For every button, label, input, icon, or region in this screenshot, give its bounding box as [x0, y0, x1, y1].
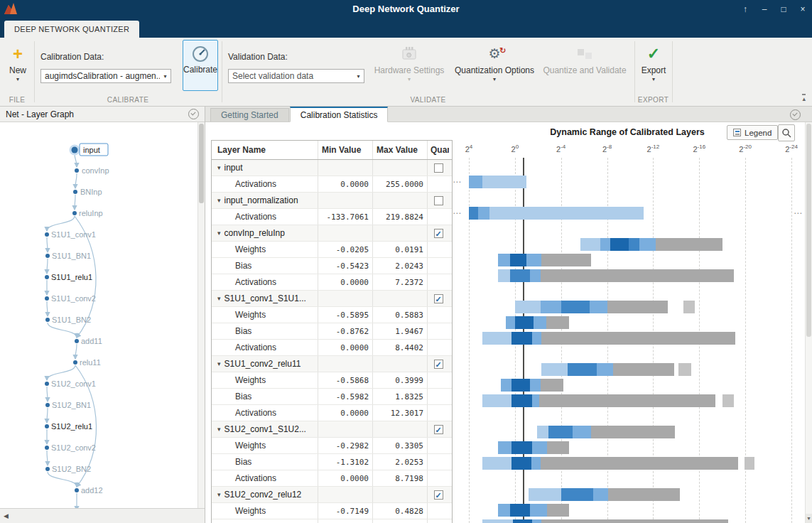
quantize-checkbox[interactable]: ✓ [434, 294, 443, 303]
table-row[interactable]: Weights-0.71490.4828 [212, 503, 452, 519]
quantize-checkbox[interactable] [434, 163, 443, 173]
row-expand-caret-icon[interactable]: ▾ [217, 230, 221, 237]
layer-graph-canvas[interactable]: inputconvInpBNInpreluInpS1U1_conv1S1U1_B… [0, 122, 197, 508]
validation-data-combo[interactable]: Select validation data ▾ [228, 69, 364, 83]
table-row[interactable]: ▾convInp_reluInp✓ [212, 225, 452, 242]
layer-node-label[interactable]: input [83, 146, 100, 154]
table-row[interactable]: ▾input_normalization [212, 193, 452, 209]
layer-node-dot[interactable] [45, 382, 49, 386]
table-row[interactable]: Activations0.00008.7198 [212, 470, 452, 487]
table-row[interactable]: Weights-0.29820.3305 [212, 438, 452, 454]
combo-arrow-icon[interactable]: ▾ [160, 73, 170, 80]
layer-node-dot[interactable] [45, 275, 49, 279]
table-row[interactable]: ▾S1U1_conv2_relu11✓ [212, 356, 452, 372]
collapse-toolstrip-icon[interactable]: ▴ [802, 94, 806, 102]
layer-node-label[interactable]: S1U2_BN2 [52, 465, 91, 473]
column-header-max-value[interactable]: Max Value [373, 141, 428, 159]
layer-node-dot[interactable] [45, 296, 49, 301]
layer-node-dot[interactable] [45, 232, 49, 237]
table-row[interactable]: Activations-133.7061219.8824 [212, 209, 452, 225]
calibrate-button[interactable]: Calibrate [183, 40, 218, 91]
layer-node-dot[interactable] [45, 403, 50, 407]
layer-node-dot[interactable] [45, 254, 50, 258]
graph-vertical-scrollbar[interactable] [197, 122, 205, 508]
quantize-checkbox[interactable] [434, 196, 443, 205]
layer-node-dot[interactable] [45, 467, 50, 471]
row-expand-caret-icon[interactable]: ▾ [217, 491, 221, 498]
quantize-checkbox[interactable]: ✓ [434, 425, 443, 434]
layer-node-dot[interactable] [72, 211, 77, 215]
zoom-button[interactable] [778, 124, 795, 141]
main-panel-options-icon[interactable] [790, 109, 801, 120]
layer-node-label[interactable]: S1U2_BN1 [52, 401, 91, 409]
hardware-settings-button[interactable]: ⚙ Hardware Settings ▾ [369, 41, 449, 92]
new-dropdown-icon[interactable]: ▾ [16, 77, 19, 82]
table-row[interactable]: Bias-0.54232.0243 [212, 258, 452, 274]
table-row[interactable]: Bias-1.31022.0253 [212, 454, 452, 470]
row-expand-caret-icon[interactable]: ▾ [217, 426, 221, 433]
quantization-options-dropdown-icon[interactable]: ▾ [493, 77, 496, 82]
dock-icon[interactable]: ↑ [740, 4, 750, 14]
column-header-quantize[interactable]: Quan [428, 141, 449, 159]
table-row[interactable]: Activations0.00007.2372 [212, 274, 452, 291]
scrollbar-thumb[interactable] [806, 124, 811, 337]
layer-node-label[interactable]: S1U1_relu1 [51, 273, 92, 281]
quantization-options-button[interactable]: ⚙↻ Quantization Options ▾ [452, 41, 537, 92]
panel-options-icon[interactable] [188, 109, 199, 119]
table-row[interactable]: Activations0.00008.4402 [212, 340, 452, 356]
column-header-layer-name[interactable]: Layer Name [212, 141, 318, 159]
main-vertical-scrollbar[interactable]: ▼ [805, 122, 812, 523]
layer-node-label[interactable]: add12 [81, 486, 103, 495]
quantize-checkbox[interactable]: ✓ [434, 229, 443, 238]
table-row[interactable]: Weights-0.58680.3999 [212, 372, 452, 389]
table-row[interactable]: Bias-0.59821.8325 [212, 389, 452, 405]
row-expand-caret-icon[interactable]: ▾ [217, 295, 221, 302]
table-row[interactable]: ▾input [212, 160, 452, 176]
table-row[interactable]: ▾S1U2_conv2_relu12✓ [212, 487, 452, 503]
table-row[interactable]: ▾S1U1_conv1_S1U1...✓ [212, 291, 452, 307]
layer-node-label[interactable]: S1U2_conv2 [51, 443, 96, 452]
layer-node-dot[interactable] [75, 488, 79, 492]
new-button[interactable]: + New ▾ [4, 41, 31, 92]
table-row[interactable]: Weights-0.02050.0191 [212, 242, 452, 258]
layer-node-label[interactable]: S1U2_conv1 [51, 379, 96, 388]
table-row[interactable]: Activations0.000012.3017 [212, 405, 452, 421]
scroll-down-icon[interactable]: ▼ [806, 514, 812, 523]
layer-node-label[interactable]: relu11 [80, 358, 101, 367]
maximize-icon[interactable]: □ [779, 4, 789, 14]
row-expand-caret-icon[interactable]: ▾ [217, 197, 221, 204]
column-header-min-value[interactable]: Min Value [318, 141, 373, 159]
layer-node-label[interactable]: add11 [81, 337, 102, 345]
quantize-checkbox[interactable]: ✓ [434, 360, 443, 369]
layer-node-dot[interactable] [45, 446, 49, 450]
tab-deep-network-quantizer[interactable]: DEEP NETWORK QUANTIZER [4, 21, 139, 38]
layer-node-dot[interactable] [75, 339, 79, 343]
close-icon[interactable]: × [798, 4, 808, 14]
hardware-settings-dropdown-icon[interactable]: ▾ [408, 77, 411, 82]
table-row[interactable]: Bias-0.87621.9467 [212, 323, 452, 340]
layer-node-dot[interactable] [72, 147, 78, 153]
collapse-panel-icon[interactable]: ◀ [4, 512, 9, 519]
row-expand-caret-icon[interactable]: ▾ [217, 164, 221, 171]
layer-node-dot[interactable] [73, 360, 77, 365]
table-row[interactable]: Activations0.0000255.0000 [212, 176, 452, 193]
layer-node-label[interactable]: S1U1_BN2 [52, 316, 91, 324]
table-row[interactable]: Weights-0.58950.5883 [212, 307, 452, 323]
layer-node-label[interactable]: S1U1_conv2 [51, 294, 96, 303]
calibration-data-combo[interactable]: augimdsCalibration - augmen... ▾ [40, 69, 171, 83]
combo-arrow-icon[interactable]: ▾ [353, 73, 364, 80]
tab-calibration-statistics[interactable]: Calibration Statistics [290, 107, 389, 122]
layer-node-label[interactable]: convInp [82, 166, 109, 175]
layer-node-label[interactable]: S1U2_relu1 [51, 422, 92, 431]
quantize-and-validate-button[interactable]: Quantize and Validate [540, 41, 629, 92]
tab-getting-started[interactable]: Getting Started [210, 108, 289, 122]
table-row[interactable]: Bias-0.84681.6346 [212, 519, 452, 523]
scrollbar-thumb[interactable] [199, 124, 204, 203]
layer-node-dot[interactable] [45, 424, 49, 428]
export-button[interactable]: ✓ Export ▾ [637, 41, 671, 92]
export-dropdown-icon[interactable]: ▾ [652, 77, 655, 82]
minimize-icon[interactable]: – [759, 4, 769, 14]
layer-node-dot[interactable] [45, 318, 50, 322]
layer-node-dot[interactable] [75, 168, 79, 173]
table-row[interactable]: ▾S1U2_conv1_S1U2...✓ [212, 421, 452, 438]
